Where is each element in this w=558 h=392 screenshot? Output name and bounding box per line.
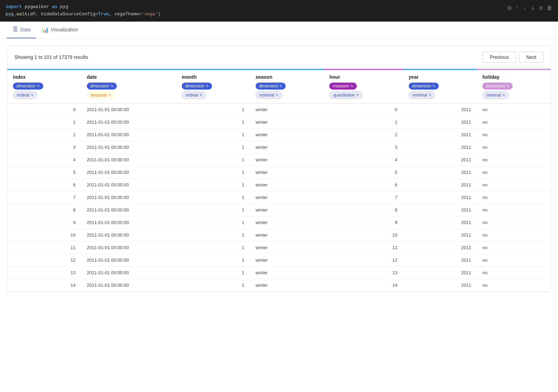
col-index-badges: dimension ordinal: [13, 83, 76, 99]
cell-hour: 10: [324, 229, 403, 241]
upload-icon[interactable]: ↑: [515, 4, 519, 13]
download-icon[interactable]: ↓: [523, 4, 527, 13]
previous-button[interactable]: Previous: [483, 52, 516, 63]
col-year-badges: dimension nominal: [409, 83, 472, 99]
cell-month: 1: [176, 266, 250, 279]
cell-date: 2011-01-01 00:00:00: [81, 203, 176, 216]
table-row: 52011-01-01 00:00:001winter52011no: [7, 166, 551, 178]
badge-year-dimension[interactable]: dimension: [409, 83, 439, 90]
layout-icon[interactable]: ⊟: [539, 4, 543, 13]
tab-data[interactable]: 🗄 Data: [7, 22, 36, 38]
cell-date: 2011-01-01 00:00:00: [81, 166, 176, 178]
code-toolbar-icons: ⧉ ↑ ↓ ⤓ ⊟ 🗑: [507, 4, 552, 13]
badge-hour-quantitative[interactable]: quantitative: [329, 91, 362, 99]
badge-holiday-nominal[interactable]: nominal: [482, 91, 509, 99]
badge-date-temporal[interactable]: temporal: [87, 91, 115, 99]
table-row: 62011-01-01 00:00:001winter62011no: [7, 178, 551, 191]
code-method: walk: [16, 11, 27, 17]
col-name-hour: hour: [329, 74, 397, 80]
col-name-month: month: [182, 74, 244, 80]
cell-year: 2011: [403, 116, 477, 128]
cell-date: 2011-01-01 00:00:00: [81, 241, 176, 254]
cell-year: 2011: [403, 153, 477, 166]
cell-index: 10: [7, 229, 81, 241]
cell-hour: 0: [324, 103, 403, 116]
col-hour-inner: hour measure quantitative: [324, 69, 403, 103]
keyword-as: as: [52, 4, 58, 9]
cell-month: 1: [176, 229, 250, 241]
cell-holiday: no: [477, 254, 551, 266]
tab-visualization[interactable]: 📊 Visualization: [36, 22, 84, 39]
cell-season: winter: [250, 203, 324, 216]
cell-index: 8: [7, 203, 81, 216]
cell-index: 6: [7, 178, 81, 191]
cell-season: winter: [250, 103, 324, 116]
table-row: 42011-01-01 00:00:001winter42011no: [7, 153, 551, 166]
cell-index: 9: [7, 216, 81, 229]
cell-hour: 7: [324, 191, 403, 203]
badge-holiday-dimension[interactable]: dimension: [482, 83, 513, 90]
cell-year: 2011: [403, 266, 477, 279]
cell-hour: 11: [324, 241, 403, 254]
cell-hour: 4: [324, 153, 403, 166]
keyword-import: import: [6, 4, 22, 9]
cell-hour: 5: [324, 166, 403, 178]
alias: pyg: [60, 4, 68, 9]
col-header-month: month dimension ordinal: [176, 69, 250, 103]
badge-index-ordinal[interactable]: ordinal: [13, 91, 37, 99]
code-val-true: True: [98, 11, 109, 17]
cell-date: 2011-01-01 00:00:00: [81, 266, 176, 279]
badge-year-nominal[interactable]: nominal: [409, 91, 435, 99]
cell-date: 2011-01-01 00:00:00: [81, 103, 176, 116]
badge-season-dimension[interactable]: dimension: [256, 83, 286, 90]
cell-holiday: no: [477, 279, 551, 291]
cell-index: 4: [7, 153, 81, 166]
table-toolbar: Showing 1 to 101 of 17379 results Previo…: [7, 46, 551, 68]
badge-season-nominal[interactable]: nominal: [256, 91, 282, 99]
code-line-2: pyg.walk(df, hideDataSourceConfig=True, …: [6, 11, 552, 18]
cell-year: 2011: [403, 203, 477, 216]
cell-hour: 8: [324, 203, 403, 216]
cell-index: 12: [7, 254, 81, 266]
badge-month-dimension[interactable]: dimension: [182, 83, 212, 90]
cell-index: 2: [7, 128, 81, 141]
col-name-season: season: [256, 74, 318, 80]
badge-month-ordinal[interactable]: ordinal: [182, 91, 206, 99]
cell-date: 2011-01-01 00:00:00: [81, 279, 176, 291]
badge-date-dimension[interactable]: dimension: [87, 83, 117, 90]
copy-icon[interactable]: ⧉: [507, 4, 511, 13]
next-button[interactable]: Next: [519, 52, 544, 63]
cell-hour: 13: [324, 266, 403, 279]
cell-index: 1: [7, 116, 81, 128]
cell-season: winter: [250, 153, 324, 166]
cell-month: 1: [176, 103, 250, 116]
cell-month: 1: [176, 241, 250, 254]
table-row: 92011-01-01 00:00:001winter92011no: [7, 216, 551, 229]
table-scroll[interactable]: index dimension ordinal date: [7, 68, 551, 292]
cell-date: 2011-01-01 00:00:00: [81, 153, 176, 166]
table-row: 12011-01-01 00:00:001winter12011no: [7, 116, 551, 128]
table-row: 102011-01-01 00:00:001winter102011no: [7, 229, 551, 241]
col-name-index: index: [13, 74, 76, 80]
cell-holiday: no: [477, 141, 551, 153]
delete-icon[interactable]: 🗑: [547, 4, 552, 13]
col-name-year: year: [409, 74, 472, 80]
badge-index-dimension[interactable]: dimension: [13, 83, 43, 90]
header-row: index dimension ordinal date: [7, 69, 551, 103]
cell-year: 2011: [403, 103, 477, 116]
cell-season: winter: [250, 116, 324, 128]
code-line-1: import pygwalker as pyg: [6, 3, 552, 11]
cell-holiday: no: [477, 191, 551, 203]
cell-holiday: no: [477, 103, 551, 116]
module-name: pygwalker: [25, 4, 52, 9]
table-row: 72011-01-01 00:00:001winter72011no: [7, 191, 551, 203]
cell-month: 1: [176, 166, 250, 178]
table-row: 82011-01-01 00:00:001winter82011no: [7, 203, 551, 216]
badge-hour-measure[interactable]: measure: [329, 83, 357, 90]
table-row: 22011-01-01 00:00:001winter22011no: [7, 128, 551, 141]
cell-season: winter: [250, 241, 324, 254]
export-icon[interactable]: ⤓: [530, 4, 535, 13]
cell-hour: 14: [324, 279, 403, 291]
col-header-index: index dimension ordinal: [7, 69, 81, 103]
cell-date: 2011-01-01 00:00:00: [81, 191, 176, 203]
